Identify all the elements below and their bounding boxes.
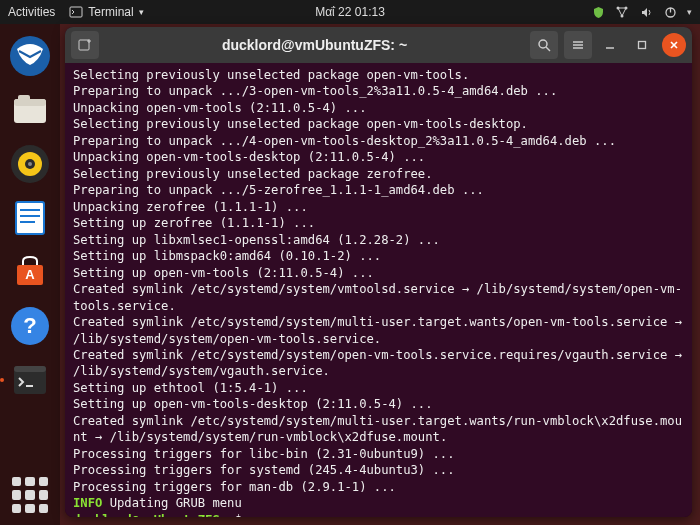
menu-button[interactable] [564,31,592,59]
terminal-output[interactable]: Selecting previously unselected package … [65,63,692,517]
svg-rect-35 [639,42,646,49]
dock-item-help[interactable]: ? [6,302,54,350]
window-title: ducklord@vmUbuntuZFS: ~ [105,37,524,53]
show-applications-button[interactable] [12,477,48,513]
search-button[interactable] [530,31,558,59]
minimize-button[interactable] [598,33,622,57]
svg-point-13 [28,162,32,166]
power-icon[interactable] [663,5,677,19]
dock-item-files[interactable] [6,86,54,134]
dock: A ? [0,24,60,525]
volume-icon[interactable] [639,5,653,19]
clock[interactable]: Μαΐ 22 01:13 [315,5,385,19]
new-tab-button[interactable] [71,31,99,59]
close-button[interactable] [662,33,686,57]
dock-item-terminal[interactable] [6,356,54,404]
network-icon[interactable] [615,5,629,19]
dock-item-software[interactable]: A [6,248,54,296]
dock-item-thunderbird[interactable] [6,32,54,80]
hamburger-icon [571,38,585,52]
shield-icon[interactable] [591,5,605,19]
svg-rect-0 [70,7,82,17]
dock-item-writer[interactable] [6,194,54,242]
terminal-app-icon [69,5,83,19]
svg-point-29 [539,40,547,48]
svg-line-30 [546,47,550,51]
top-bar: Activities Terminal ▾ Μαΐ 22 01:13 ▾ [0,0,700,24]
window-titlebar[interactable]: ducklord@vmUbuntuZFS: ~ [65,27,692,63]
terminal-window: ducklord@vmUbuntuZFS: ~ [65,27,692,517]
maximize-button[interactable] [630,33,654,57]
svg-rect-24 [14,366,46,372]
dropdown-icon[interactable]: ▾ [687,7,692,17]
dropdown-icon: ▾ [139,7,144,17]
svg-text:?: ? [23,313,36,338]
maximize-icon [637,40,647,50]
svg-rect-9 [18,95,30,101]
app-menu[interactable]: Terminal ▾ [69,5,143,19]
svg-text:A: A [25,267,35,282]
activities-button[interactable]: Activities [8,5,55,19]
minimize-icon [605,40,615,50]
close-icon [669,40,679,50]
search-icon [537,38,551,52]
svg-rect-14 [16,202,44,234]
dock-item-rhythmbox[interactable] [6,140,54,188]
